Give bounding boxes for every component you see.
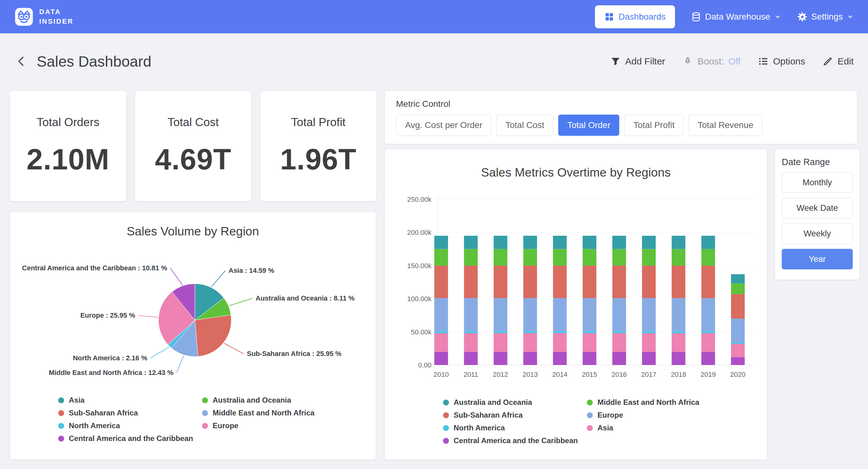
bar-2018-europe[interactable] (672, 298, 685, 331)
bar-2015-australia-and-oceania[interactable] (583, 236, 596, 249)
nav-dashboards-button[interactable]: Dashboards (595, 5, 675, 28)
bar-2018-sub-saharan-africa[interactable] (672, 266, 685, 298)
metric-button-avg-cost-per-order[interactable]: Avg. Cost per Order (396, 115, 491, 136)
metric-button-total-order[interactable]: Total Order (558, 115, 620, 136)
bar-2017-sub-saharan-africa[interactable] (642, 266, 656, 298)
bar-legend-item-sub-saharan-africa[interactable]: Sub-Saharan Africa (443, 411, 587, 419)
bar-2012-europe[interactable] (494, 298, 507, 331)
bar-2019-middle-east-and-north-africa[interactable] (702, 249, 715, 266)
bar-2014-middle-east-and-north-africa[interactable] (553, 249, 567, 266)
bar-2013-middle-east-and-north-africa[interactable] (523, 249, 537, 266)
bar-2016-middle-east-and-north-africa[interactable] (612, 249, 626, 266)
bar-2013-central-america-and-the-caribbean[interactable] (523, 352, 537, 365)
bar-2019-north-america[interactable] (702, 331, 715, 333)
bar-2016-europe[interactable] (612, 298, 626, 331)
metric-button-total-revenue[interactable]: Total Revenue (689, 115, 763, 136)
bar-2017-north-america[interactable] (642, 331, 656, 333)
bar-legend-item-asia[interactable]: Asia (587, 423, 731, 432)
bar-2013-sub-saharan-africa[interactable] (523, 266, 537, 298)
date-range-button-weekly[interactable]: Weekly (782, 223, 853, 244)
bar-2019-central-america-and-the-caribbean[interactable] (702, 352, 715, 365)
bar-2011-asia[interactable] (464, 333, 477, 352)
bar-2020-sub-saharan-africa[interactable] (731, 294, 745, 319)
bar-2016-asia[interactable] (612, 333, 626, 352)
bar-2011-australia-and-oceania[interactable] (464, 236, 477, 249)
bar-2012-north-america[interactable] (494, 331, 507, 333)
bar-2011-middle-east-and-north-africa[interactable] (464, 249, 477, 266)
bar-2017-asia[interactable] (642, 333, 656, 352)
bar-2017-central-america-and-the-caribbean[interactable] (642, 352, 656, 365)
bar-2010-middle-east-and-north-africa[interactable] (434, 249, 448, 266)
bar-2014-asia[interactable] (553, 333, 567, 352)
bar-2018-north-america[interactable] (672, 331, 685, 333)
bar-2016-australia-and-oceania[interactable] (612, 236, 626, 249)
metric-button-total-cost[interactable]: Total Cost (496, 115, 553, 136)
bar-2018-asia[interactable] (672, 333, 685, 352)
bar-2010-asia[interactable] (434, 333, 448, 352)
bar-2010-north-america[interactable] (434, 331, 448, 333)
edit-button[interactable]: Edit (823, 56, 854, 67)
bar-2014-sub-saharan-africa[interactable] (553, 266, 567, 298)
boost-toggle[interactable]: Boost: Off (682, 56, 741, 67)
bar-2016-north-america[interactable] (612, 331, 626, 333)
bar-2014-central-america-and-the-caribbean[interactable] (553, 352, 567, 365)
bar-2014-australia-and-oceania[interactable] (553, 236, 567, 249)
bar-2018-middle-east-and-north-africa[interactable] (672, 249, 685, 266)
bar-2020-middle-east-and-north-africa[interactable] (731, 284, 745, 294)
bar-2017-australia-and-oceania[interactable] (642, 236, 656, 249)
bar-2010-central-america-and-the-caribbean[interactable] (434, 352, 448, 365)
bar-2012-asia[interactable] (494, 333, 507, 352)
bar-2016-sub-saharan-africa[interactable] (612, 266, 626, 298)
pie-slice-sub-saharan-africa[interactable] (195, 315, 231, 356)
bar-2013-asia[interactable] (523, 333, 537, 352)
metric-button-total-profit[interactable]: Total Profit (624, 115, 683, 136)
pie-legend-item-australia-and-oceania[interactable]: Australia and Oceania (202, 396, 346, 405)
bar-2012-sub-saharan-africa[interactable] (494, 266, 507, 298)
bar-2011-sub-saharan-africa[interactable] (464, 266, 477, 298)
bar-2012-australia-and-oceania[interactable] (494, 236, 507, 249)
bar-2015-europe[interactable] (583, 298, 596, 331)
pie-legend-item-europe[interactable]: Europe (202, 421, 346, 430)
bar-2013-europe[interactable] (523, 298, 537, 331)
bar-2019-australia-and-oceania[interactable] (702, 236, 715, 249)
pie-legend-item-north-america[interactable]: North America (58, 421, 202, 430)
pie-legend-item-asia[interactable]: Asia (58, 396, 202, 405)
bar-2020-australia-and-oceania[interactable] (731, 274, 745, 284)
bar-2020-north-america[interactable] (731, 343, 745, 344)
bar-2020-asia[interactable] (731, 344, 745, 357)
bar-legend-item-australia-and-oceania[interactable]: Australia and Oceania (443, 398, 587, 407)
date-range-button-week-date[interactable]: Week Date (782, 198, 853, 218)
nav-settings[interactable]: Settings (797, 12, 854, 22)
bar-2019-sub-saharan-africa[interactable] (702, 266, 715, 298)
bar-2018-australia-and-oceania[interactable] (672, 236, 685, 249)
bar-2020-europe[interactable] (731, 319, 745, 343)
date-range-button-monthly[interactable]: Monthly (782, 172, 853, 193)
bar-2019-europe[interactable] (702, 298, 715, 331)
pie-legend-item-middle-east-and-north-africa[interactable]: Middle East and North Africa (202, 409, 346, 417)
pie-legend-item-central-america-and-the-caribbean[interactable]: Central America and the Caribbean (58, 434, 202, 443)
bar-legend-item-north-america[interactable]: North America (443, 423, 587, 432)
bar-legend-item-middle-east-and-north-africa[interactable]: Middle East and North Africa (587, 398, 731, 407)
bar-2010-sub-saharan-africa[interactable] (434, 266, 448, 298)
bar-2010-australia-and-oceania[interactable] (434, 236, 448, 249)
pie-legend-item-sub-saharan-africa[interactable]: Sub-Saharan Africa (58, 409, 202, 417)
bar-2019-asia[interactable] (702, 333, 715, 352)
bar-2015-north-america[interactable] (583, 331, 596, 333)
bar-2013-north-america[interactable] (523, 331, 537, 333)
options-button[interactable]: Options (758, 56, 805, 67)
bar-2016-central-america-and-the-caribbean[interactable] (612, 352, 626, 365)
bar-2015-asia[interactable] (583, 333, 596, 352)
bar-2015-central-america-and-the-caribbean[interactable] (583, 352, 596, 365)
bar-legend-item-europe[interactable]: Europe (587, 411, 731, 419)
date-range-button-year[interactable]: Year (782, 249, 853, 269)
bar-2014-north-america[interactable] (553, 331, 567, 333)
bar-2014-europe[interactable] (553, 298, 567, 331)
bar-2013-australia-and-oceania[interactable] (523, 236, 537, 249)
bar-2017-middle-east-and-north-africa[interactable] (642, 249, 656, 266)
add-filter-button[interactable]: Add Filter (610, 56, 665, 67)
bar-2017-europe[interactable] (642, 298, 656, 331)
bar-2011-europe[interactable] (464, 298, 477, 331)
nav-data-warehouse[interactable]: Data Warehouse (691, 12, 781, 22)
bar-2011-central-america-and-the-caribbean[interactable] (464, 352, 477, 365)
bar-2011-north-america[interactable] (464, 331, 477, 333)
